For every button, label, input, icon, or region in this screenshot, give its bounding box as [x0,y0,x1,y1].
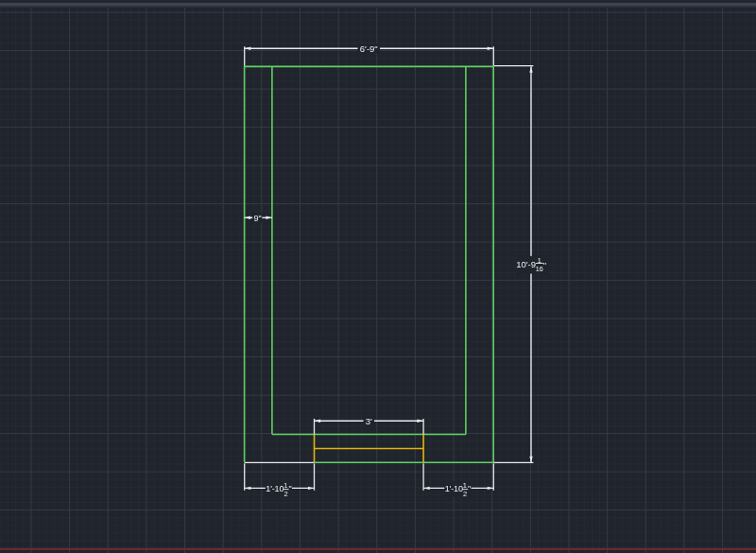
svg-text:": " [289,484,292,493]
svg-text:6'-9": 6'-9" [360,43,378,54]
svg-text:10'-9: 10'-9 [516,259,536,269]
svg-text:": " [543,260,546,270]
svg-text:9": 9" [254,214,262,223]
svg-text:2: 2 [284,490,288,498]
svg-text:": " [468,484,471,493]
svg-text:16: 16 [536,265,543,273]
svg-text:2: 2 [463,490,467,498]
svg-text:1'-10: 1'-10 [445,484,463,493]
svg-text:1'-10: 1'-10 [266,484,284,493]
svg-text:3': 3' [366,416,372,426]
